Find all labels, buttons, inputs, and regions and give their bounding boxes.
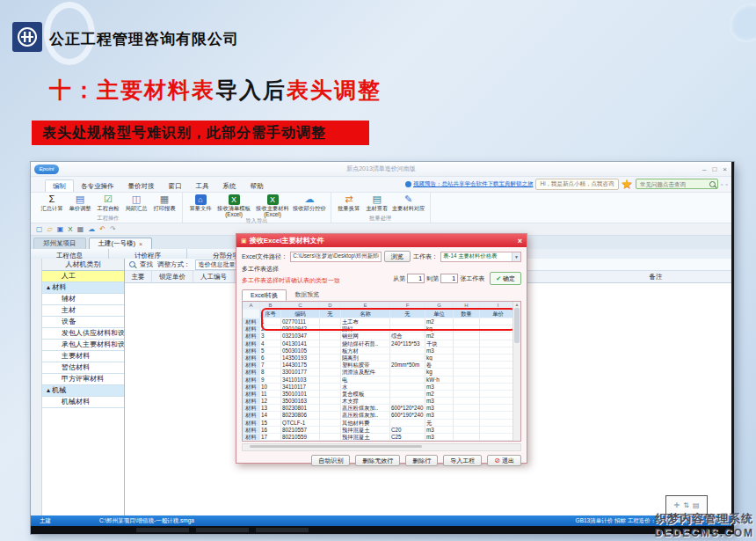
category-row[interactable]: 甲方评审材料 <box>42 374 124 385</box>
ribbon-tab-6[interactable]: 系统 <box>216 180 244 192</box>
search-icon[interactable] <box>709 181 716 187</box>
grid-data-row[interactable]: 材料1680210557预拌混凝土C20m3 <box>243 427 520 434</box>
category-row[interactable]: 主材 <box>42 305 124 317</box>
pin-icon[interactable]: ▫ <box>721 181 723 187</box>
to-sheet-input[interactable] <box>440 274 458 283</box>
excel-import-icon: X <box>215 194 252 205</box>
ribbon-button[interactable]: ▦打印报表 <box>150 194 178 211</box>
grid-data-row[interactable]: 材料714430175塑料粘胶带20mm*50m卷 <box>243 362 520 369</box>
ribbon-button[interactable]: X接收主要材料(Excel) <box>253 194 292 217</box>
grid-data-row[interactable]: 材料1135010101复合模板m2 <box>243 391 520 398</box>
category-row[interactable]: 人工 <box>42 271 124 282</box>
maximize-button[interactable]: □ <box>712 165 716 173</box>
grid-icon[interactable]: ▤ <box>693 501 700 509</box>
new-icon[interactable]: ▢ <box>36 225 43 234</box>
save-icon[interactable]: ▣ <box>57 225 64 234</box>
ribbon-button[interactable]: X接收清单模板(Excel) <box>214 194 253 217</box>
grid-vertical-scrollbar[interactable]: ▲ <box>512 302 520 441</box>
dialog-button-3[interactable]: 删除行 <box>405 455 438 466</box>
ribbon-button[interactable]: ▤主材查看 <box>363 194 391 211</box>
open-icon[interactable]: ▱ <box>47 225 53 234</box>
ribbon-button[interactable]: Σ汇总计算 <box>38 194 66 211</box>
ribbon-group-label: 导入导出 <box>186 217 327 225</box>
house-icon: ⌂ <box>187 194 214 205</box>
close-tab-icon[interactable]: × <box>139 241 142 247</box>
category-row[interactable]: ▴ 机械 <box>42 385 124 397</box>
minimize-button[interactable]: – <box>702 165 706 173</box>
style-icon[interactable]: ▫ <box>726 181 728 187</box>
grid-data-row[interactable]: 材料1034110117水m3 <box>243 384 520 391</box>
ribbon-button[interactable]: ◫局部汇总 <box>122 194 150 211</box>
sheet-adjust-icon: ▤ <box>67 194 93 205</box>
browse-button[interactable]: 浏览 <box>384 251 411 262</box>
info-icon <box>405 181 411 187</box>
ribbon-button[interactable]: ✎主要材料对应 <box>391 194 426 211</box>
category-row[interactable]: 发包人供应材料和设备 <box>42 328 124 340</box>
grid-data-row[interactable]: 材料1480230806蒸压粉煤灰加..600*190*240m3 <box>243 412 520 419</box>
grid-horizontal-scrollbar[interactable] <box>242 443 521 451</box>
category-row[interactable]: 主要材料 <box>42 351 124 362</box>
worksheet-select[interactable]: 表-14 主要材料价格表 ▼ <box>440 252 521 262</box>
ribbon-button[interactable]: ▤单价调整 <box>66 194 94 211</box>
excel-import-icon: X <box>254 194 291 205</box>
dialog-tab-2[interactable]: 数据预览 <box>287 289 327 301</box>
grid-data-row[interactable]: 材料303210347钢丝网综合m2 <box>243 333 520 340</box>
grid-data-row[interactable]: 材料505030105板方材m3 <box>243 347 520 355</box>
ribbon-tab-4[interactable]: 窗口 <box>162 180 189 192</box>
dialog-button-row: 自动识别删除无效行删除行导入工程⊘退出 <box>242 455 521 466</box>
ribbon-tab-5[interactable]: 工具 <box>189 180 216 192</box>
category-row[interactable]: 机械材料 <box>42 397 124 408</box>
undo-icon[interactable]: ↶ <box>99 225 105 234</box>
grid-data-row[interactable]: 材料102770111土工布m2 <box>243 318 520 325</box>
confirm-button[interactable]: ✔确定 <box>490 272 521 285</box>
sigma-icon: Σ <box>39 194 65 205</box>
category-row[interactable]: 设备 <box>42 317 124 328</box>
page-title: 十：主要材料表导入后表头调整 <box>49 76 382 105</box>
grid-data-row[interactable]: 材料15QTCLF-1其他材料费元 <box>243 420 520 427</box>
close-button[interactable]: × <box>723 165 727 173</box>
ribbon-button-label: 接收主要材料(Excel) <box>256 205 289 217</box>
category-row[interactable]: 辅材 <box>42 294 124 305</box>
category-row[interactable]: ▴ 材料 <box>42 282 124 294</box>
project-tab-1[interactable]: 郑州某项目 <box>33 238 86 249</box>
dialog-button-1[interactable]: 自动识别 <box>311 455 350 466</box>
category-row[interactable]: 暂估材料 <box>42 362 124 374</box>
category-row[interactable]: 承包人主要材料和设备 <box>42 340 124 351</box>
excel-path-input[interactable] <box>290 252 382 262</box>
dialog-button-4[interactable]: 导入工程 <box>443 455 482 466</box>
dialog-button-2[interactable]: 删除无效行 <box>355 455 400 466</box>
find-label[interactable]: 查找 <box>140 260 153 269</box>
ribbon-tab-7[interactable]: 帮助 <box>244 180 271 192</box>
project-tab-2[interactable]: 土建(一号楼)× <box>89 238 153 249</box>
find-icon[interactable] <box>129 261 135 267</box>
dialog-close-icon[interactable]: × <box>518 237 522 245</box>
assistant-mascot-icon[interactable]: ★ <box>622 178 633 190</box>
ribbon-button[interactable]: ⌂算量文件 <box>186 194 214 211</box>
grid-data-row[interactable]: 材料1780210559预拌混凝土C25m3 <box>243 434 520 441</box>
grid-data-row[interactable]: 材料614350193隔离剂kg <box>243 355 520 362</box>
grid-data-row[interactable]: 材料203010942圆钉kg <box>243 325 520 333</box>
ribbon-button[interactable]: ☑工程自检 <box>94 194 122 211</box>
batch-swap-icon: ⇄ <box>336 194 362 205</box>
excel-icon[interactable]: X <box>68 225 72 234</box>
grid-data-row[interactable]: 材料404130141烧结煤矸石普..240*115*53千块 <box>243 340 520 347</box>
grid-data-row[interactable]: 材料1235030163木支撑m3 <box>243 398 520 405</box>
ribbon-tab-1[interactable]: 编制 <box>45 179 74 192</box>
ribbon-button[interactable]: ☁接收部分控价 <box>292 194 327 211</box>
dialog-tab-1[interactable]: Excel转换 <box>242 289 287 301</box>
redo-icon[interactable]: ↷ <box>110 225 116 234</box>
print-icon[interactable]: ▦ <box>77 225 84 234</box>
question-search-input[interactable] <box>638 180 709 188</box>
from-sheet-input[interactable] <box>407 274 425 283</box>
grid-data-row[interactable]: 材料934110103电kW·h <box>243 377 520 384</box>
grid-data-row[interactable]: 材料1380230801蒸压粉煤灰加..600*120*240m3 <box>243 405 520 412</box>
header-help-link[interactable]: 视频预告：总站共享学会软件下载宝典解锁之旅 <box>405 180 534 188</box>
scroll-icon[interactable]: ⇅ <box>683 501 689 509</box>
ribbon-tab-3[interactable]: 量价对接 <box>121 180 162 192</box>
grid-data-row[interactable]: 材料833010177润滑油及配件kg <box>243 369 520 376</box>
pan-icon[interactable]: ✛ <box>674 501 680 509</box>
ribbon-tab-2[interactable]: 各专业操作 <box>74 180 121 192</box>
dialog-button-5[interactable]: ⊘退出 <box>487 455 521 466</box>
cloud-icon[interactable]: ☁ <box>88 225 95 234</box>
ribbon-button[interactable]: ⇄批量换算 <box>335 194 363 211</box>
